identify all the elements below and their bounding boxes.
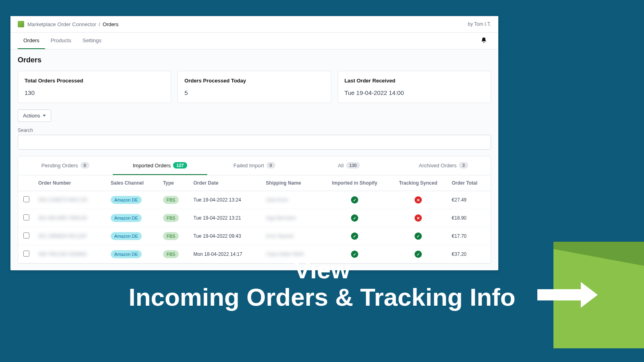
cell-total: €17.70 xyxy=(448,227,491,245)
stat-value: Tue 19-04-2022 14:00 xyxy=(345,89,484,96)
stat-total-processed: Total Orders Processed 130 xyxy=(18,71,171,103)
nav-tabs: Orders Products Settings xyxy=(10,33,498,49)
col-shipping-name: Shipping Name xyxy=(262,175,321,191)
check-circle-icon: ✓ xyxy=(415,232,422,240)
page-title: Orders xyxy=(18,56,491,64)
table-row[interactable]: 302-4821965-7895140Amazon DEFBSTue 19-04… xyxy=(18,209,491,227)
cell-order-number: 302-4821965-7895140 xyxy=(34,209,107,227)
tab-products[interactable]: Products xyxy=(45,33,77,49)
orders-table: Order Number Sales Channel Type Order Da… xyxy=(18,175,491,263)
check-circle-icon: ✓ xyxy=(351,251,358,258)
cell-total: €18.90 xyxy=(448,209,491,227)
breadcrumb: Marketplace Order Connector / Orders xyxy=(27,21,119,27)
orders-table-card: Pending Orders 0 Imported Orders 127 Fai… xyxy=(18,156,491,264)
sales-channel-chip: Amazon DE xyxy=(111,232,142,240)
stat-value: 5 xyxy=(184,89,324,96)
type-chip: FBS xyxy=(163,214,179,222)
cell-order-date: Tue 19-04-2022 09:43 xyxy=(190,227,262,245)
tab-settings[interactable]: Settings xyxy=(77,33,107,49)
search-input[interactable] xyxy=(18,135,491,150)
table-row[interactable]: 304-2156873-9401726Amazon DEFBSTue 19-04… xyxy=(18,191,491,209)
table-tab-all[interactable]: All 130 xyxy=(301,156,396,175)
check-circle-icon: ✓ xyxy=(415,251,422,258)
col-type: Type xyxy=(159,175,190,191)
x-circle-icon: ✕ xyxy=(415,214,422,222)
cell-shipping-name: Inga Bermann xyxy=(262,209,321,227)
table-tab-archived[interactable]: Archived Orders 3 xyxy=(396,156,491,175)
row-checkbox[interactable] xyxy=(23,251,29,257)
table-tab-imported[interactable]: Imported Orders 127 xyxy=(113,156,207,175)
count-badge: 0 xyxy=(80,162,89,169)
arrow-right-icon xyxy=(537,282,602,308)
cell-order-date: Tue 19-04-2022 13:21 xyxy=(190,209,262,227)
stat-label: Last Order Received xyxy=(345,78,484,84)
col-order-number: Order Number xyxy=(34,175,107,191)
type-chip: FBS xyxy=(163,232,179,240)
tab-orders[interactable]: Orders xyxy=(18,33,45,49)
count-badge: 127 xyxy=(173,162,187,169)
stat-processed-today: Orders Processed Today 5 xyxy=(178,71,331,103)
row-checkbox[interactable] xyxy=(23,196,29,202)
cell-order-date: Tue 19-04-2022 13:24 xyxy=(190,191,262,209)
stat-label: Orders Processed Today xyxy=(184,78,324,84)
check-circle-icon: ✓ xyxy=(351,214,358,222)
row-checkbox[interactable] xyxy=(23,232,29,239)
byline: by Tom I.T. xyxy=(468,21,491,27)
title-bar: Marketplace Order Connector / Orders by … xyxy=(10,16,498,33)
check-circle-icon: ✓ xyxy=(351,196,358,204)
table-row[interactable]: 301-2958604-5511287Amazon DEFBSTue 19-04… xyxy=(18,227,491,245)
search-label: Search xyxy=(18,128,491,133)
app-logo-icon xyxy=(18,21,24,27)
actions-dropdown[interactable]: Actions xyxy=(18,109,51,122)
stat-value: 130 xyxy=(25,89,164,96)
count-badge: 0 xyxy=(266,162,275,169)
col-total: Order Total xyxy=(448,175,491,191)
cell-order-number: 301-2958604-5511287 xyxy=(34,227,107,245)
cell-total: €27.49 xyxy=(448,191,491,209)
notifications-button[interactable] xyxy=(477,33,491,49)
bell-icon xyxy=(481,37,487,43)
cell-order-number: 304-2156873-9401726 xyxy=(34,191,107,209)
col-order-date: Order Date xyxy=(190,175,262,191)
stat-label: Total Orders Processed xyxy=(25,78,164,84)
cell-shipping-name: Arno Vasovic xyxy=(262,227,321,245)
col-sales-channel: Sales Channel xyxy=(107,175,159,191)
sales-channel-chip: Amazon DE xyxy=(111,214,142,222)
type-chip: FBS xyxy=(163,196,179,204)
type-chip: FBS xyxy=(163,250,179,258)
breadcrumb-root[interactable]: Marketplace Order Connector xyxy=(27,21,96,27)
x-circle-icon: ✕ xyxy=(415,196,422,204)
sales-channel-chip: Amazon DE xyxy=(111,250,142,258)
stat-last-received: Last Order Received Tue 19-04-2022 14:00 xyxy=(338,71,491,103)
brand-logo-icon xyxy=(537,242,644,348)
col-tracking: Tracking Synced xyxy=(388,175,448,191)
count-badge: 3 xyxy=(459,162,468,169)
col-imported: Imported in Shopify xyxy=(321,175,389,191)
row-checkbox[interactable] xyxy=(23,214,29,220)
app-window: Marketplace Order Connector / Orders by … xyxy=(10,16,498,270)
table-tabs: Pending Orders 0 Imported Orders 127 Fai… xyxy=(18,156,491,175)
stats-row: Total Orders Processed 130 Orders Proces… xyxy=(18,71,491,103)
page-body: Orders Total Orders Processed 130 Orders… xyxy=(10,49,498,270)
table-tab-failed[interactable]: Failed Import 0 xyxy=(207,156,302,175)
count-badge: 130 xyxy=(346,162,360,169)
check-circle-icon: ✓ xyxy=(351,232,358,240)
cell-shipping-name: Julia Koch xyxy=(262,191,321,209)
table-tab-pending[interactable]: Pending Orders 0 xyxy=(18,156,113,175)
sales-channel-chip: Amazon DE xyxy=(111,196,142,204)
table-header-row: Order Number Sales Channel Type Order Da… xyxy=(18,175,491,191)
breadcrumb-current: Orders xyxy=(103,21,119,27)
